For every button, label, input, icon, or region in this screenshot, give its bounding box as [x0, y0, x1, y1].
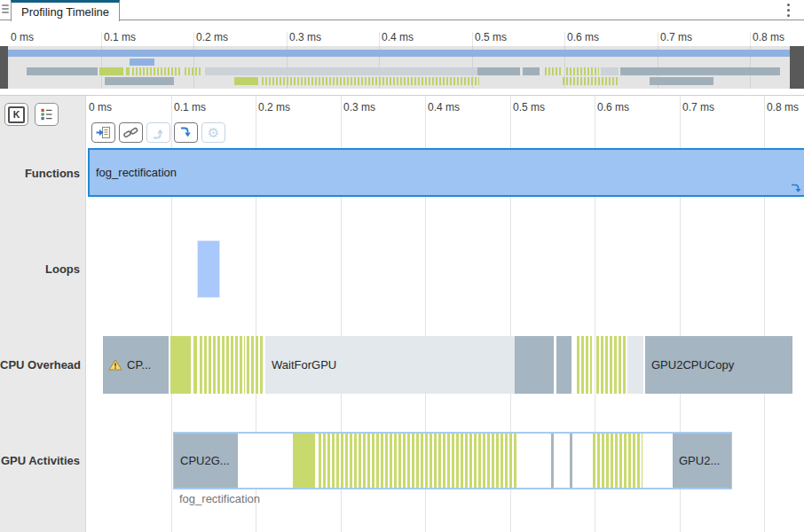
- overview-segment: [27, 67, 98, 75]
- ruler-tick: [658, 32, 658, 46]
- goto-source-icon: [96, 126, 111, 139]
- timeline-segment[interactable]: [247, 336, 264, 394]
- time-tick-label: 0 ms: [11, 31, 34, 43]
- timeline-segment[interactable]: GPU2CPUCopy: [645, 336, 792, 394]
- overview-segment: [8, 50, 790, 57]
- overview-segment: [185, 67, 202, 75]
- link-icon: [123, 127, 138, 138]
- settings-button[interactable]: ⚙: [201, 122, 225, 143]
- overview-segment: [262, 77, 479, 85]
- ruler-tick: [193, 32, 194, 46]
- link-button[interactable]: [119, 122, 143, 143]
- time-tick-label: 0.8 ms: [753, 31, 784, 43]
- gear-icon: ⚙: [208, 126, 219, 139]
- time-tick-label: 0.3 ms: [289, 31, 321, 43]
- time-tick-label: 0.7 ms: [660, 31, 692, 43]
- segment-label: fog_rectification: [96, 166, 177, 179]
- step-down-button[interactable]: [174, 122, 198, 143]
- overview-right-handle[interactable]: [790, 46, 804, 89]
- gpu-group-caption: fog_rectification: [179, 492, 260, 505]
- ruler-tick: [379, 32, 380, 46]
- timeline-segment[interactable]: [170, 336, 191, 394]
- row-label-gpu-activities: GPU Activities: [0, 454, 80, 467]
- overview-time-ruler: 0 ms0.1 ms0.2 ms0.3 ms0.4 ms0.5 ms0.6 ms…: [0, 20, 804, 46]
- overview-segment: [126, 67, 130, 75]
- ruler-tick: [564, 32, 565, 46]
- timeline-segment[interactable]: [596, 336, 626, 394]
- timeline-segment[interactable]: [556, 336, 571, 394]
- timeline-segment[interactable]: WaitForGPU: [265, 336, 515, 394]
- overview-segment: [545, 67, 562, 75]
- legend-list-icon: [40, 108, 53, 121]
- overview-segment: [99, 67, 123, 75]
- overview-segment: [566, 67, 599, 75]
- timeline-segment[interactable]: CPU2G...: [174, 434, 238, 488]
- overview-segment: [105, 77, 174, 85]
- step-down-arrow-icon: [179, 127, 193, 139]
- ruler-tick: [472, 32, 473, 46]
- overview-segment: [477, 67, 520, 75]
- timeline-segment[interactable]: [193, 336, 197, 394]
- row-label-loops: Loops: [0, 262, 80, 276]
- overview-segment: [563, 77, 618, 85]
- segment-label: CP...: [127, 358, 151, 372]
- kernel-view-button[interactable]: K: [4, 103, 28, 126]
- row-label-cpu-overhead: CPU Overhead: [0, 358, 80, 372]
- time-tick-label: 0.1 ms: [104, 31, 136, 43]
- timeline-segment[interactable]: GPU2...: [673, 434, 731, 488]
- timeline-segment[interactable]: [577, 336, 592, 394]
- goto-source-button[interactable]: [91, 122, 115, 143]
- overview-strip[interactable]: [0, 46, 804, 89]
- timeline-segment[interactable]: fog_rectification: [88, 148, 804, 197]
- segment-label: CPU2G...: [180, 454, 230, 467]
- timeline-segment[interactable]: [200, 336, 245, 394]
- kernel-icon: K: [8, 106, 25, 123]
- timeline-main-area: K Functions Loops: [0, 95, 804, 532]
- row-header-sidebar: K Functions Loops: [0, 96, 86, 532]
- segment-label: GPU2CPUCopy: [651, 358, 734, 372]
- overview-segment: [234, 77, 258, 85]
- timeline-toolbar: ⚙: [91, 122, 225, 143]
- row-label-functions: Functions: [0, 167, 80, 180]
- warning-icon: [108, 359, 122, 371]
- timeline-bars-layer: fog_rectificationCP...WaitForGPUGPU2CPUC…: [0, 96, 804, 532]
- legend-button[interactable]: [35, 103, 59, 126]
- time-tick-label: 0.6 ms: [567, 31, 599, 43]
- overview-segment: [130, 59, 154, 66]
- overview-left-handle[interactable]: [0, 46, 8, 89]
- timeline-segment[interactable]: [293, 434, 315, 488]
- segment-label: WaitForGPU: [272, 358, 336, 372]
- step-into-arrow-icon[interactable]: [791, 183, 801, 193]
- timeline-segment[interactable]: [515, 336, 554, 394]
- timeline-segment[interactable]: [551, 434, 554, 488]
- overview-segment: [650, 77, 713, 85]
- ruler-tick: [101, 32, 102, 46]
- time-tick-label: 0.4 ms: [382, 31, 414, 43]
- panel-grip-icon[interactable]: [2, 4, 9, 15]
- time-tick-label: 0.2 ms: [196, 31, 228, 43]
- kebab-menu-icon[interactable]: [787, 4, 791, 20]
- overview-segment: [620, 67, 780, 75]
- timeline-segment[interactable]: [593, 434, 642, 488]
- profiling-timeline-window: Profiling Timeline 0 ms0.1 ms0.2 ms0.3 m…: [0, 0, 804, 532]
- step-up-arrow-icon: [152, 127, 165, 139]
- overview-segment: [132, 67, 181, 75]
- overview-segment: [601, 67, 619, 75]
- timeline-segment[interactable]: [319, 434, 516, 488]
- timeline-segment[interactable]: CP...: [103, 336, 169, 394]
- tab-bar: Profiling Timeline: [0, 0, 804, 20]
- overview-segment: [205, 67, 477, 75]
- timeline-segment[interactable]: [627, 336, 643, 394]
- ruler-tick: [750, 32, 751, 46]
- timeline-segment[interactable]: [570, 434, 572, 488]
- ruler-tick: [287, 32, 288, 46]
- timeline-segment[interactable]: [197, 240, 220, 298]
- tab-label: Profiling Timeline: [21, 5, 109, 19]
- overview-segment: [523, 67, 540, 75]
- segment-label: GPU2...: [679, 454, 720, 467]
- time-tick-label: 0.5 ms: [475, 31, 507, 43]
- tab-profiling-timeline[interactable]: Profiling Timeline: [11, 0, 120, 21]
- step-up-button[interactable]: [146, 122, 170, 143]
